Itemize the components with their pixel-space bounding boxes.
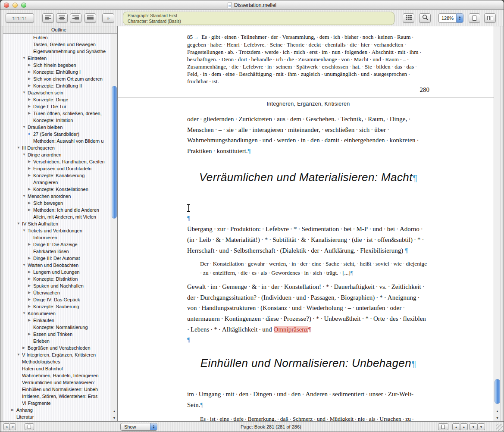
disclosure-open-icon[interactable]: ▼ [22, 55, 28, 62]
outline-item[interactable]: ▶Konzepte: Distinktion [3, 275, 111, 282]
disclosure-closed-icon[interactable]: ▶ [28, 158, 33, 165]
disclosure-closed-icon[interactable]: ▶ [28, 103, 33, 110]
document-scrollbar[interactable]: ▲ ▼ [494, 26, 501, 421]
outline-item[interactable]: ▶Sich hinein begeben [3, 62, 111, 69]
zoom-value[interactable]: 128% [438, 13, 456, 23]
outline-item[interactable]: Erleben [3, 338, 111, 344]
outline-item[interactable]: ▶Verschieben, Handhaben, Greifen [3, 158, 111, 165]
endnote-paragraph[interactable]: 85→Es · gibt · einen · Teilnehmer · der … [187, 33, 429, 85]
outline-item[interactable]: Allein, mit Anderen, mit Vielen [3, 213, 111, 220]
outline-item[interactable]: ▶Lungern und Loungen [3, 269, 111, 275]
outline-item[interactable]: ▼V Integrieren, Ergänzen, Kritisieren [3, 351, 111, 358]
previous-page-button[interactable]: ▲ [460, 423, 468, 430]
window-resize-grip[interactable] [496, 424, 503, 431]
document-area[interactable]: 85→Es · gibt · einen · Teilnehmer · der … [118, 26, 495, 421]
outline-item[interactable]: ▶Anhang [3, 407, 111, 413]
window-titlebar[interactable]: Dissertation.mellel [0, 0, 504, 10]
tracked-change-highlight[interactable]: Omnipräsenz [274, 326, 308, 333]
quote-text[interactable]: Es · ist · eine · tiefe · Bemerkung, · d… [200, 416, 426, 421]
disclosure-open-icon[interactable]: ▼ [22, 124, 28, 131]
outline-item[interactable]: Verräumlichen und Materialisieren: [3, 379, 111, 386]
outline-item[interactable]: ▼Draußen bleiben [3, 124, 111, 131]
outline-item[interactable]: Fahrkarten lösen [3, 248, 111, 255]
empty-line[interactable] [187, 202, 429, 213]
outline-item[interactable]: ▶Konzepte: Einhüllung II [3, 82, 111, 89]
current-position-icon[interactable]: ● [28, 131, 33, 138]
disclosure-closed-icon[interactable]: ▶ [28, 207, 33, 213]
outline-item[interactable]: ▶Konzepte: Konstellationen [3, 186, 111, 193]
outline-item[interactable]: ▼III Durchqueren [3, 144, 111, 151]
style-info-box[interactable]: Paragraph: Standard First Character: Sta… [123, 12, 394, 25]
zoom-down-icon[interactable]: ▼ [459, 18, 461, 21]
disclosure-closed-icon[interactable]: ▶ [28, 62, 33, 69]
outline-item[interactable]: ▶Konzepte: Dinge [3, 96, 111, 103]
paragraph-text[interactable]: oder · gliedernden · Zurücktreten · aus … [187, 116, 420, 154]
paragraph-text[interactable]: Gewalt · im · Gemenge · & · in · der · K… [187, 283, 427, 332]
disclosure-closed-icon[interactable]: ▶ [28, 82, 33, 89]
section-heading[interactable]: Einhüllen und Normalisieren: Unbehagen¶ [187, 357, 429, 370]
quote-text[interactable]: Der · Konstellation · gewahr · werden, ·… [200, 260, 428, 276]
disclosure-closed-icon[interactable]: ▶ [11, 407, 16, 413]
outline-item[interactable]: Irritieren, Stören, Widerstehen: Eros [3, 393, 111, 400]
outline-item[interactable]: Informieren [3, 234, 111, 241]
disclosure-closed-icon[interactable]: ▶ [28, 75, 33, 82]
disclosure-open-icon[interactable]: ▼ [17, 351, 22, 358]
outline-item[interactable]: ▼Menschen anordnen [3, 193, 111, 200]
outline-item[interactable]: ▶Sich bewegen [3, 200, 111, 207]
outline-item[interactable]: Eigenwahrnehmung und Synästhe [3, 48, 111, 55]
disclosure-closed-icon[interactable]: ▶ [28, 200, 33, 207]
view-grid-button[interactable] [403, 13, 414, 23]
disclosure-closed-icon[interactable]: ▶ [28, 172, 33, 179]
disclosure-closed-icon[interactable]: ▶ [28, 296, 33, 303]
disclosure-open-icon[interactable]: ▼ [22, 89, 28, 96]
disclosure-closed-icon[interactable]: ▶ [28, 303, 33, 310]
outline-item[interactable]: Methoden: Auswahl von Bildern u [3, 138, 111, 144]
outline-item[interactable]: Hafen und Bahnhof [3, 365, 111, 372]
outline-item[interactable]: Arrangieren [3, 179, 111, 186]
empty-line[interactable]: ¶ [187, 213, 429, 224]
disclosure-open-icon[interactable]: ▼ [22, 310, 28, 317]
outline-item[interactable]: ▼Warten und Beobachten [3, 262, 111, 269]
outline-item[interactable]: Fühlen [3, 34, 111, 41]
disclosure-open-icon[interactable]: ▼ [22, 193, 28, 200]
outline-nav-next-button[interactable]: » [9, 423, 16, 430]
last-page-button[interactable]: ▼ [477, 423, 485, 430]
sidebar-scrollbar[interactable]: ▲ ▼ [111, 34, 117, 421]
disclosure-open-icon[interactable]: ▼ [22, 262, 28, 269]
disclosure-open-icon[interactable]: ▼ [17, 220, 22, 227]
outline-item[interactable]: ▶Konzepte: Säuberung [3, 303, 111, 310]
disclosure-open-icon[interactable]: ▼ [17, 144, 22, 151]
outline-item[interactable]: ▼IV Sich Aufhalten [3, 220, 111, 227]
facing-pages-view-button[interactable] [484, 13, 496, 23]
disclosure-closed-icon[interactable]: ▶ [28, 269, 33, 275]
outline-item[interactable]: ▶Spuken und Nachhallen [3, 282, 111, 289]
writing-direction-button[interactable]: ¶↕¶↕¶↕ [6, 13, 34, 23]
outline-item[interactable]: ▶Dinge I: Die Tür [3, 103, 111, 110]
align-left-button[interactable] [42, 13, 54, 23]
outline-item[interactable]: VI Fragmente [3, 400, 111, 407]
outline-item[interactable]: Wahrnehmen, Handeln, Interagieren [3, 372, 111, 379]
next-page-button[interactable]: ▼ [470, 423, 477, 430]
outline-item[interactable]: ▶Türen öffnen, schließen, drehen, [3, 110, 111, 117]
disclosure-closed-icon[interactable]: ▶ [28, 275, 33, 282]
paragraph[interactable]: Übergang · zur · Produktion: · Lefebvre … [187, 224, 429, 256]
panel-toggle-button[interactable] [25, 423, 34, 430]
endnote-text[interactable]: Es · gibt · einen · Teilnehmer · der · V… [187, 34, 423, 85]
outline-item[interactable]: ▶Dinge III: Der Automat [3, 255, 111, 262]
disclosure-closed-icon[interactable]: ▶ [28, 96, 33, 103]
zoom-stepper[interactable]: ▲ ▼ [456, 13, 463, 23]
disclosure-open-icon[interactable]: ▼ [22, 227, 28, 234]
outline-item[interactable]: ●27 (Serie Standbilder) [3, 131, 111, 138]
outline-item[interactable]: ▶Methoden: Ich und die Anderen [3, 207, 111, 213]
single-page-view-button[interactable] [469, 13, 480, 23]
document-scrollbar-thumb[interactable] [495, 379, 500, 404]
outline-item[interactable]: ▶Einkaufen [3, 317, 111, 324]
paragraph-text[interactable]: Übergang · zur · Produktion: · Lefebvre … [187, 225, 425, 254]
outline-item[interactable]: ▶Überwachen [3, 289, 111, 296]
zoom-control[interactable]: 128% ▲ ▼ [438, 13, 463, 23]
outline-item[interactable]: ▶Dinge II: Die Anzeige [3, 241, 111, 248]
search-button[interactable] [419, 13, 431, 23]
outline-item[interactable]: ▼Dinge anordnen [3, 151, 111, 158]
outline-item[interactable]: ▼Dazwischen sein [3, 89, 111, 96]
disclosure-closed-icon[interactable]: ▶ [28, 289, 33, 296]
